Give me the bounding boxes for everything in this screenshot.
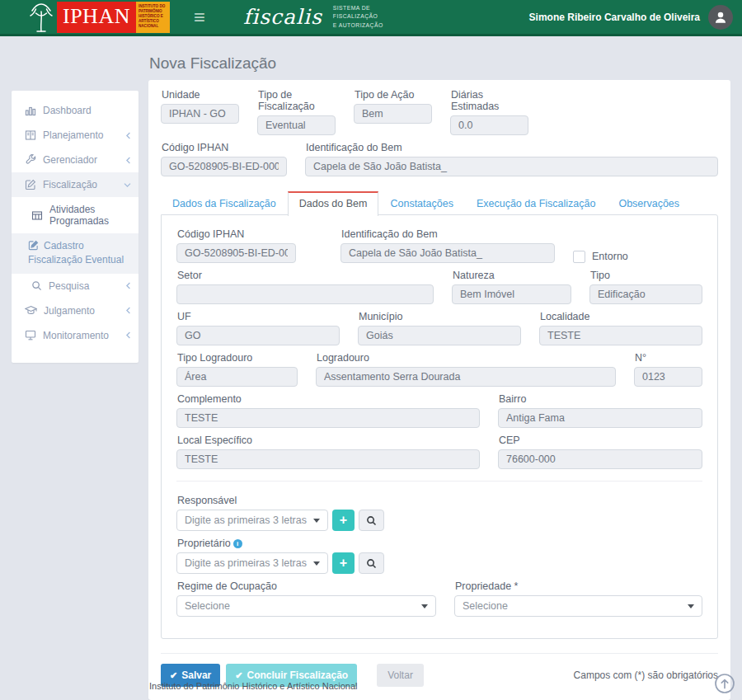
regime-ocupacao-select[interactable]: Selecione bbox=[176, 595, 436, 617]
bem-identificacao-label: Identificação do Bem bbox=[341, 228, 555, 240]
responsavel-add-button[interactable]: + bbox=[332, 510, 355, 531]
chevron-left-icon bbox=[125, 307, 131, 314]
app-subtitle: SISTEMA DE FISCALIZAÇÃO E AUTORIZAÇÃO bbox=[333, 4, 383, 31]
sidebar-item-monitoramento[interactable]: Monitoramento bbox=[12, 323, 139, 348]
proprietario-placeholder: Digite as primeiras 3 letras bbox=[185, 557, 307, 569]
entorno-label: Entorno bbox=[592, 251, 628, 262]
local-especifico-label: Local Específico bbox=[177, 435, 480, 446]
tipo-logradouro-label: Tipo Logradouro bbox=[177, 352, 298, 364]
sidebar-item-label: Cadastro Fiscalização Eventual bbox=[28, 240, 124, 265]
check-icon: ✔ bbox=[235, 670, 242, 681]
proprietario-add-button[interactable]: + bbox=[332, 552, 355, 574]
localidade-label: Localidade bbox=[540, 311, 702, 322]
uf-label: UF bbox=[177, 311, 340, 322]
numero-field bbox=[634, 367, 702, 387]
table-icon bbox=[31, 210, 43, 221]
codigo-iphan-label: Código IPHAN bbox=[162, 142, 287, 153]
sidebar-item-label: Fiscalização bbox=[43, 179, 117, 190]
tab-observacoes[interactable]: Observações bbox=[607, 191, 691, 215]
sidebar-item-julgamento[interactable]: Julgamento bbox=[12, 298, 139, 323]
proprietario-search-button[interactable] bbox=[359, 552, 384, 574]
tab-bar: Dados da Fiscalização Dados do Bem Const… bbox=[161, 191, 718, 215]
check-icon: ✔ bbox=[170, 670, 177, 681]
municipio-label: Município bbox=[359, 311, 521, 322]
page-title: Nova Fiscalização bbox=[149, 54, 730, 73]
diarias-estimadas-label: Diárias Estimadas bbox=[451, 89, 528, 112]
proprietario-select[interactable]: Digite as primeiras 3 letras bbox=[176, 552, 328, 574]
tipo-fiscalizacao-field bbox=[257, 115, 336, 135]
sidebar-item-gerenciador[interactable]: Gerenciador bbox=[12, 148, 139, 172]
search-icon bbox=[366, 558, 377, 569]
wrench-icon bbox=[25, 154, 36, 166]
tipo-fiscalizacao-label: Tipo de Fiscalização bbox=[258, 89, 336, 112]
sidebar-item-pesquisa[interactable]: Pesquisa bbox=[12, 274, 139, 298]
caret-down-icon bbox=[421, 604, 428, 608]
tipo-logradouro-field bbox=[176, 367, 298, 387]
main-content: Nova Fiscalização Unidade Tipo de Fiscal… bbox=[148, 54, 730, 700]
sidebar-item-label: Atividades Programadas bbox=[49, 204, 131, 227]
regime-ocupacao-label: Regime de Ocupação bbox=[177, 580, 436, 592]
sidebar-item-atividades-programadas[interactable]: Atividades Programadas bbox=[12, 197, 139, 233]
pencil-square-icon bbox=[25, 179, 36, 190]
search-icon bbox=[31, 280, 42, 291]
bar-chart-icon bbox=[25, 105, 36, 116]
tab-constatacoes[interactable]: Constatações bbox=[378, 191, 464, 215]
bairro-label: Bairro bbox=[499, 393, 702, 405]
app-subtitle-line: FISCALIZAÇÃO bbox=[333, 12, 383, 21]
user-name: Simone Ribeiro Carvalho de Oliveira bbox=[529, 12, 700, 23]
propriedade-select[interactable]: Selecione bbox=[454, 595, 702, 617]
iphan-logo[interactable]: IPHAN Instituto do Patrimônio Histórico … bbox=[27, 2, 170, 33]
responsavel-search-button[interactable] bbox=[359, 510, 384, 531]
scroll-to-top-button[interactable] bbox=[714, 673, 735, 694]
logradouro-label: Logradouro bbox=[317, 352, 616, 364]
iphan-tree-icon bbox=[27, 2, 55, 33]
tab-dados-da-fiscalizacao[interactable]: Dados da Fiscalização bbox=[161, 191, 288, 215]
chevron-down-icon bbox=[124, 182, 131, 188]
proprietario-label: Proprietárioi bbox=[177, 538, 702, 549]
propriedade-placeholder: Selecione bbox=[463, 600, 508, 612]
app-header: IPHAN Instituto do Patrimônio Histórico … bbox=[0, 0, 742, 36]
codigo-iphan-field bbox=[161, 157, 287, 176]
bem-codigo-iphan-field bbox=[176, 243, 296, 263]
required-fields-note: Campos com (*) são obrigatórios bbox=[574, 669, 718, 681]
chevron-left-icon bbox=[125, 331, 131, 339]
fiscalis-logo: fiscalis bbox=[243, 5, 322, 29]
tab-execucao-da-fiscalizacao[interactable]: Execução da Fiscalização bbox=[465, 191, 608, 215]
tab-dados-do-bem[interactable]: Dados do Bem bbox=[288, 191, 379, 216]
identificacao-bem-label: Identificação do Bem bbox=[306, 142, 718, 153]
tipo-field bbox=[589, 284, 702, 304]
sidebar-item-dashboard[interactable]: Dashboard bbox=[12, 98, 139, 123]
sidebar-item-planejamento[interactable]: Planejamento bbox=[12, 123, 139, 148]
natureza-label: Natureza bbox=[453, 270, 571, 281]
chevron-left-icon bbox=[125, 282, 131, 289]
caret-down-icon bbox=[688, 604, 694, 608]
user-menu[interactable]: Simone Ribeiro Carvalho de Oliveira bbox=[529, 5, 733, 30]
propriedade-label: Propriedade * bbox=[455, 580, 702, 592]
summary-row-1: Unidade Tipo de Fiscalização Tipo de Açã… bbox=[161, 89, 718, 142]
responsavel-label: Responsável bbox=[177, 495, 702, 506]
regime-placeholder: Selecione bbox=[185, 600, 230, 612]
info-icon: i bbox=[233, 539, 242, 548]
identificacao-bem-field bbox=[305, 157, 718, 176]
tipo-label: Tipo bbox=[590, 270, 702, 281]
arrow-up-icon bbox=[714, 673, 735, 694]
iphan-logo-text: IPHAN bbox=[57, 2, 136, 33]
municipio-field bbox=[358, 326, 521, 345]
unidade-label: Unidade bbox=[162, 89, 239, 101]
avatar[interactable] bbox=[708, 5, 733, 30]
actions-divider bbox=[161, 653, 718, 654]
sidebar-item-fiscalizacao[interactable]: Fiscalização bbox=[12, 172, 139, 197]
menu-toggle-icon[interactable]: ≡ bbox=[194, 8, 205, 26]
bairro-field bbox=[498, 408, 702, 428]
responsavel-select[interactable]: Digite as primeiras 3 letras bbox=[176, 510, 328, 531]
sidebar-item-label: Planejamento bbox=[43, 129, 119, 141]
sidebar-item-label: Pesquisa bbox=[49, 280, 119, 292]
sidebar-item-cadastro-fiscalizacao-eventual[interactable]: Cadastro Fiscalização Eventual bbox=[12, 233, 139, 274]
chevron-left-icon bbox=[125, 157, 131, 164]
edit-icon bbox=[28, 240, 39, 251]
entorno-checkbox[interactable] bbox=[573, 251, 585, 263]
tab-panel-dados-do-bem: Código IPHAN Identificação do Bem Entorn… bbox=[161, 214, 718, 639]
cep-field bbox=[498, 449, 702, 469]
voltar-button[interactable]: Voltar bbox=[377, 664, 424, 687]
footer-text: Instituto do Patrimônio Histórico e Artí… bbox=[149, 681, 358, 691]
